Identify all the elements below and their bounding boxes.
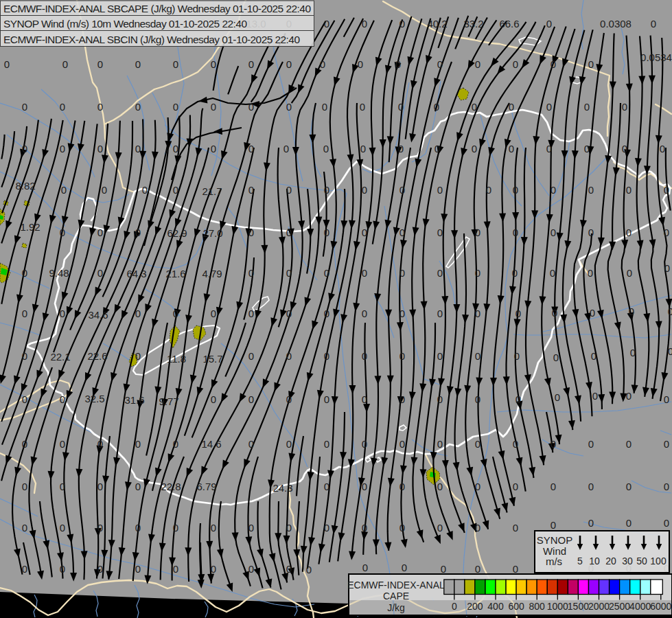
svg-text:24.3: 24.3 bbox=[273, 482, 292, 494]
svg-text:0: 0 bbox=[588, 267, 593, 279]
svg-text:0: 0 bbox=[135, 481, 141, 492]
svg-text:6.79: 6.79 bbox=[196, 481, 216, 492]
svg-text:0: 0 bbox=[435, 143, 440, 154]
svg-text:11.8: 11.8 bbox=[167, 353, 186, 365]
svg-text:0: 0 bbox=[437, 184, 443, 196]
svg-text:0: 0 bbox=[399, 184, 405, 196]
svg-text:0: 0 bbox=[211, 308, 216, 319]
svg-text:0: 0 bbox=[211, 58, 216, 70]
svg-text:31.6: 31.6 bbox=[124, 394, 144, 406]
svg-text:0: 0 bbox=[62, 58, 68, 70]
svg-text:0: 0 bbox=[629, 306, 634, 317]
svg-text:4.79: 4.79 bbox=[202, 268, 222, 279]
svg-text:0: 0 bbox=[437, 438, 443, 450]
svg-text:0: 0 bbox=[402, 562, 407, 573]
svg-text:0: 0 bbox=[475, 227, 480, 238]
svg-text:0: 0 bbox=[135, 522, 141, 534]
svg-text:0.0308: 0.0308 bbox=[600, 18, 632, 30]
svg-text:64.3: 64.3 bbox=[126, 268, 146, 279]
svg-text:0: 0 bbox=[398, 143, 404, 154]
svg-text:0: 0 bbox=[22, 522, 27, 534]
svg-text:0: 0 bbox=[324, 267, 329, 279]
svg-text:0: 0 bbox=[626, 184, 632, 196]
svg-text:0: 0 bbox=[592, 390, 598, 402]
svg-text:9.77: 9.77 bbox=[159, 396, 178, 407]
svg-text:0: 0 bbox=[664, 481, 669, 492]
svg-text:J/kg: J/kg bbox=[387, 602, 405, 613]
svg-text:0: 0 bbox=[664, 262, 670, 274]
svg-text:0: 0 bbox=[248, 350, 254, 362]
svg-text:21.6: 21.6 bbox=[165, 268, 185, 279]
svg-text:0: 0 bbox=[475, 393, 480, 405]
svg-text:0: 0 bbox=[135, 438, 141, 450]
svg-text:0: 0 bbox=[286, 101, 292, 113]
svg-text:0: 0 bbox=[324, 18, 329, 30]
svg-text:0: 0 bbox=[286, 350, 292, 362]
svg-text:0: 0 bbox=[248, 58, 254, 70]
svg-text:0: 0 bbox=[546, 101, 552, 113]
svg-text:0: 0 bbox=[324, 481, 329, 492]
svg-text:0: 0 bbox=[211, 522, 216, 534]
svg-text:0: 0 bbox=[362, 308, 367, 319]
svg-text:0: 0 bbox=[324, 522, 329, 534]
svg-text:0: 0 bbox=[22, 267, 27, 279]
svg-text:0: 0 bbox=[135, 143, 141, 154]
svg-text:0: 0 bbox=[551, 227, 556, 238]
svg-text:0: 0 bbox=[399, 308, 405, 319]
svg-text:0: 0 bbox=[324, 227, 329, 238]
svg-text:0: 0 bbox=[622, 143, 627, 154]
svg-text:0: 0 bbox=[441, 563, 446, 575]
svg-text:0: 0 bbox=[322, 101, 327, 113]
svg-text:0: 0 bbox=[324, 393, 329, 405]
svg-text:0: 0 bbox=[211, 563, 216, 575]
svg-text:0: 0 bbox=[437, 58, 443, 70]
svg-text:0: 0 bbox=[283, 143, 289, 154]
svg-text:0: 0 bbox=[22, 438, 27, 450]
svg-text:0: 0 bbox=[97, 143, 103, 154]
svg-text:0: 0 bbox=[248, 522, 254, 534]
svg-text:0: 0 bbox=[626, 481, 632, 492]
svg-text:0: 0 bbox=[320, 58, 325, 70]
svg-text:50: 50 bbox=[636, 556, 647, 566]
svg-text:0: 0 bbox=[97, 522, 103, 534]
svg-text:0: 0 bbox=[664, 184, 669, 196]
svg-text:0: 0 bbox=[475, 267, 480, 279]
svg-text:SYNOP: SYNOP bbox=[537, 534, 573, 546]
svg-text:0: 0 bbox=[4, 58, 10, 70]
svg-text:ECMWF-INDEX-ANAL SBCAPE (J/kg): ECMWF-INDEX-ANAL SBCAPE (J/kg) Wednesday… bbox=[3, 3, 311, 14]
svg-text:SYNOP Wind (m/s) 10m Wednesday: SYNOP Wind (m/s) 10m Wednesday 01-10-202… bbox=[3, 18, 247, 30]
svg-text:0: 0 bbox=[626, 390, 632, 402]
svg-text:0: 0 bbox=[475, 481, 480, 492]
svg-text:0: 0 bbox=[626, 227, 632, 238]
svg-text:0: 0 bbox=[437, 267, 443, 279]
svg-text:0: 0 bbox=[22, 101, 27, 113]
svg-text:0: 0 bbox=[399, 227, 405, 238]
svg-text:0: 0 bbox=[323, 143, 329, 154]
svg-text:0: 0 bbox=[475, 563, 480, 575]
svg-text:0: 0 bbox=[362, 393, 367, 405]
svg-text:0: 0 bbox=[627, 267, 632, 279]
svg-text:20: 20 bbox=[605, 556, 616, 566]
svg-text:0: 0 bbox=[360, 101, 365, 113]
svg-text:0: 0 bbox=[555, 391, 560, 403]
svg-text:0: 0 bbox=[513, 563, 518, 575]
svg-text:m/s: m/s bbox=[546, 556, 562, 567]
svg-text:22.6: 22.6 bbox=[87, 350, 107, 362]
svg-text:0: 0 bbox=[399, 393, 405, 405]
svg-text:400: 400 bbox=[487, 601, 504, 612]
svg-text:0: 0 bbox=[60, 481, 65, 492]
svg-text:0: 0 bbox=[362, 184, 367, 196]
svg-text:0: 0 bbox=[324, 308, 329, 319]
svg-text:30: 30 bbox=[622, 556, 633, 566]
svg-text:0: 0 bbox=[286, 227, 292, 238]
svg-text:0: 0 bbox=[513, 184, 518, 196]
svg-text:0: 0 bbox=[509, 101, 514, 113]
svg-text:0: 0 bbox=[324, 350, 329, 362]
svg-text:0: 0 bbox=[399, 481, 405, 492]
svg-text:0: 0 bbox=[472, 101, 477, 113]
svg-text:14.6: 14.6 bbox=[201, 438, 221, 450]
svg-text:66.6: 66.6 bbox=[499, 18, 519, 30]
svg-text:0: 0 bbox=[651, 18, 656, 30]
svg-text:0: 0 bbox=[173, 563, 178, 575]
svg-text:1.92: 1.92 bbox=[20, 221, 40, 233]
